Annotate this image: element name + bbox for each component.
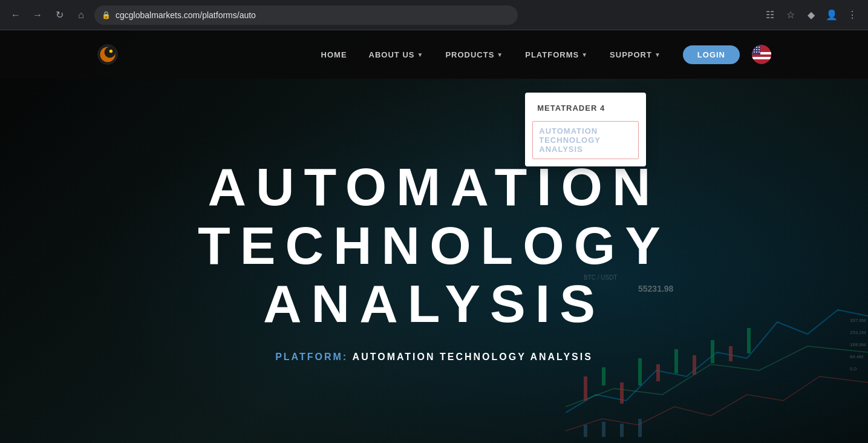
svg-point-32 bbox=[759, 47, 760, 48]
nav-about[interactable]: ABOUT US ▼ bbox=[369, 50, 424, 59]
svg-point-30 bbox=[754, 47, 755, 48]
navbar: HOME ABOUT US ▼ PRODUCTS ▼ PLATFORMS ▼ M… bbox=[0, 30, 868, 79]
svg-point-37 bbox=[756, 51, 757, 53]
products-chevron: ▼ bbox=[497, 51, 503, 58]
nav-home[interactable]: HOME bbox=[321, 50, 347, 59]
hero-subtitle: PLATFORM: AUTOMATION TECHNOLOGY ANALYSIS bbox=[275, 352, 593, 363]
nav-support[interactable]: SUPPORT ▼ bbox=[610, 50, 661, 59]
svg-rect-13 bbox=[638, 419, 642, 437]
svg-point-24 bbox=[109, 50, 113, 53]
more-button[interactable]: ⋮ bbox=[844, 7, 861, 24]
svg-rect-12 bbox=[620, 424, 624, 437]
platforms-chevron: ▼ bbox=[581, 51, 588, 58]
support-chevron: ▼ bbox=[654, 51, 661, 58]
back-button[interactable]: ← bbox=[7, 7, 24, 24]
login-button[interactable]: LOGIN bbox=[683, 45, 740, 64]
svg-point-31 bbox=[756, 47, 757, 48]
translate-button[interactable]: ☷ bbox=[762, 7, 778, 24]
language-flag[interactable] bbox=[752, 45, 771, 64]
nav-platforms[interactable]: PLATFORMS ▼ METATRADER 4 AUTOMATIONTECHN… bbox=[525, 50, 588, 59]
home-button[interactable]: ⌂ bbox=[73, 7, 90, 24]
logo-icon bbox=[97, 44, 119, 65]
svg-point-36 bbox=[754, 51, 755, 53]
address-bar[interactable]: 🔒 cgcglobalmarkets.com/platforms/auto bbox=[94, 5, 518, 25]
refresh-button[interactable]: ↻ bbox=[51, 7, 68, 24]
svg-point-35 bbox=[759, 49, 760, 50]
svg-point-33 bbox=[754, 49, 755, 50]
browser-actions: ☷ ☆ ◆ 👤 ⋮ bbox=[762, 7, 861, 24]
browser-chrome: ← → ↻ ⌂ 🔒 cgcglobalmarkets.com/platforms… bbox=[0, 0, 868, 30]
hero-title: AUTOMATION TECHNOLOGY ANALYSIS bbox=[198, 158, 670, 333]
forward-button[interactable]: → bbox=[29, 7, 46, 24]
bookmark-button[interactable]: ☆ bbox=[782, 7, 799, 24]
svg-rect-10 bbox=[584, 425, 587, 437]
about-chevron: ▼ bbox=[417, 51, 423, 58]
logo[interactable] bbox=[97, 44, 119, 65]
extension-button[interactable]: ◆ bbox=[803, 7, 820, 24]
svg-point-38 bbox=[759, 51, 760, 53]
svg-rect-11 bbox=[602, 422, 605, 437]
hero-content: AUTOMATION TECHNOLOGY ANALYSIS PLATFORM:… bbox=[0, 79, 868, 418]
svg-rect-28 bbox=[752, 57, 771, 59]
nav-links: HOME ABOUT US ▼ PRODUCTS ▼ PLATFORMS ▼ M… bbox=[321, 50, 661, 59]
dropdown-metatrader4[interactable]: METATRADER 4 bbox=[525, 97, 646, 119]
svg-point-34 bbox=[756, 49, 757, 50]
dropdown-automation[interactable]: AUTOMATIONTECHNOLOGYANALYSIS bbox=[532, 121, 639, 159]
secure-icon: 🔒 bbox=[102, 11, 111, 19]
profile-button[interactable]: 👤 bbox=[823, 7, 840, 24]
website: 337.6M 253.2M 168.8M 84.4M 0.0 55231.98 … bbox=[0, 30, 868, 443]
nav-products[interactable]: PRODUCTS ▼ bbox=[445, 50, 503, 59]
url-text: cgcglobalmarkets.com/platforms/auto bbox=[116, 10, 256, 20]
svg-rect-27 bbox=[752, 54, 771, 57]
platforms-dropdown: METATRADER 4 AUTOMATIONTECHNOLOGYANALYSI… bbox=[525, 93, 646, 166]
